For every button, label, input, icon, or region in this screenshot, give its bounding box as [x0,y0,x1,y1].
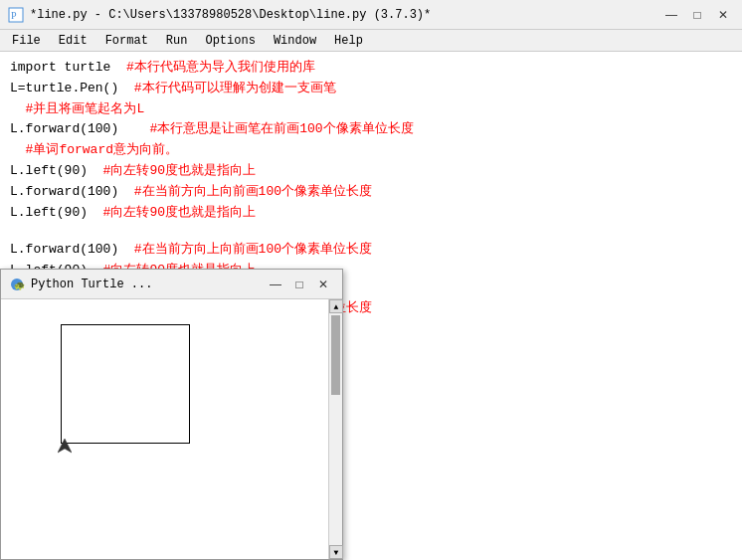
code-line-5: #单词forward意为向前。 [10,140,732,161]
code-line-8: L.left(90) #向左转90度也就是指向上 [10,203,732,224]
menu-run[interactable]: Run [158,32,196,50]
scroll-up-arrow[interactable]: ▲ [329,299,343,313]
code-line-4: L.forward(100) #本行意思是让画笔在前画100个像素单位长度 [10,119,732,140]
menu-help[interactable]: Help [326,32,371,50]
turtle-minimize-button[interactable]: — [265,274,286,295]
turtle-close-button[interactable]: ✕ [312,274,334,295]
scroll-thumb-vertical[interactable] [331,315,340,395]
code-line-9: L.forward(100) #在当前方向上向前画100个像素单位长度 [10,240,732,261]
title-bar: P *line.py - C:\Users\13378980528\Deskto… [0,0,742,30]
turtle-window-controls: — □ ✕ [265,274,334,295]
turtle-canvas-wrapper: ▲ ▼ [1,299,342,559]
window-controls: — □ ✕ [660,4,734,26]
svg-marker-4 [58,439,72,453]
maximize-button[interactable]: □ [686,4,708,26]
svg-text:P: P [11,10,17,21]
window-title: *line.py - C:\Users\13378980528\Desktop\… [30,8,660,22]
turtle-scrollbar-vertical[interactable]: ▲ ▼ [328,299,342,559]
svg-text:🐢: 🐢 [14,280,25,291]
menu-file[interactable]: File [4,32,49,50]
turtle-maximize-button[interactable]: □ [288,274,310,295]
menu-format[interactable]: Format [97,32,156,50]
code-line-6: L.left(90) #向左转90度也就是指向上 [10,161,732,182]
turtle-window: 🐢 Python Turtle ... — □ ✕ ▲ ▼ [0,269,343,560]
close-button[interactable]: ✕ [712,4,734,26]
code-line-2: L=turtle.Pen() #本行代码可以理解为创建一支画笔 [10,79,732,99]
turtle-cursor [58,439,72,459]
turtle-title-bar: 🐢 Python Turtle ... — □ ✕ [1,270,342,299]
turtle-window-title: Python Turtle ... [31,278,265,291]
minimize-button[interactable]: — [660,4,682,26]
scroll-track-vertical [329,397,342,545]
turtle-canvas[interactable] [1,299,328,559]
menu-options[interactable]: Options [197,32,263,50]
menu-edit[interactable]: Edit [51,32,95,50]
turtle-app-icon: 🐢 [9,277,25,292]
code-line-3: #并且将画笔起名为L [10,99,732,120]
menu-window[interactable]: Window [266,32,324,50]
scroll-down-arrow[interactable]: ▼ [329,545,343,559]
app-icon: P [8,7,24,23]
code-line-1: import turtle #本行代码意为导入我们使用的库 [10,58,732,79]
code-blank-1 [10,223,732,240]
menu-bar: File Edit Format Run Options Window Help [0,30,742,52]
code-line-7: L.forward(100) #在当前方向上向前画100个像素单位长度 [10,182,732,203]
turtle-drawing-square [61,324,190,444]
